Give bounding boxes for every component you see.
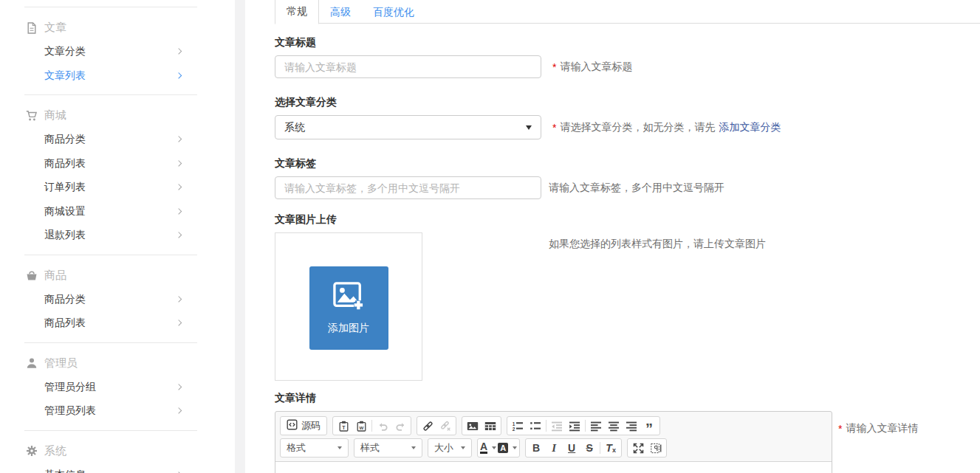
field-article-category: 选择文章分类 系统 * 请选择文章分类，如无分类，请先 添加文章分类 xyxy=(275,96,980,139)
svg-text:1: 1 xyxy=(513,421,515,426)
align-left-button[interactable] xyxy=(587,418,605,434)
blockquote-button[interactable]: ” xyxy=(640,418,658,434)
field-label: 文章图片上传 xyxy=(275,213,980,227)
sidebar-section-product: 商品 xyxy=(0,263,235,288)
field-hint: * 请输入文章标题 xyxy=(552,61,632,74)
sidebar-item-mall-settings[interactable]: 商城设置 xyxy=(0,200,235,224)
sidebar-section-label: 系统 xyxy=(44,444,66,458)
hint-text: 请输入文章标题 xyxy=(560,61,632,74)
remove-format-icon: T xyxy=(606,442,612,454)
tab-advanced[interactable]: 高级 xyxy=(319,0,362,23)
insert-image-button[interactable] xyxy=(464,418,482,434)
show-blocks-button[interactable] xyxy=(647,440,665,456)
caret-down-icon xyxy=(411,446,416,449)
styles-dropdown[interactable]: 样式 xyxy=(354,438,422,458)
gear-icon xyxy=(26,445,38,457)
caret-down-icon xyxy=(526,125,532,130)
align-right-button[interactable] xyxy=(623,418,640,434)
redo-button[interactable] xyxy=(391,418,409,434)
caret-down-icon xyxy=(337,446,342,449)
italic-button[interactable]: I xyxy=(545,440,563,456)
field-label: 文章标签 xyxy=(275,157,980,170)
text-color-icon: A xyxy=(480,442,487,454)
sidebar-item-admin-group[interactable]: 管理员分组 xyxy=(0,376,235,400)
tags-input[interactable] xyxy=(275,176,541,199)
sidebar-item-product-list[interactable]: 商品列表 xyxy=(0,311,235,336)
bulleted-list-button[interactable] xyxy=(527,418,544,434)
title-input[interactable] xyxy=(275,55,541,78)
hint-text: 请输入文章标签，多个用中文逗号隔开 xyxy=(549,182,724,195)
sidebar-item-label: 商品分类 xyxy=(44,133,86,146)
sidebar-item-product-category[interactable]: 商品分类 xyxy=(0,288,235,312)
caret-down-icon xyxy=(492,446,496,449)
sidebar-item-article-category[interactable]: 文章分类 xyxy=(0,40,235,64)
sidebar-divider xyxy=(24,94,197,95)
field-label: 文章标题 xyxy=(275,36,980,49)
link-button[interactable] xyxy=(419,418,436,434)
tab-general[interactable]: 常规 xyxy=(275,0,319,24)
remove-format-button[interactable]: T x xyxy=(602,440,620,456)
strikethrough-button[interactable]: S xyxy=(580,440,598,456)
sidebar-item-label: 商品列表 xyxy=(44,317,86,330)
sidebar-item-goods-category[interactable]: 商品分类 xyxy=(0,128,235,152)
sidebar-item-label: 文章列表 xyxy=(44,69,86,83)
rich-text-editor: 源码 T W xyxy=(275,411,832,473)
add-category-link[interactable]: 添加文章分类 xyxy=(719,121,781,134)
source-button[interactable]: 源码 xyxy=(282,419,325,432)
format-dropdown[interactable]: 格式 xyxy=(280,438,349,458)
source-icon xyxy=(287,419,298,432)
text-color-button[interactable]: A xyxy=(479,440,497,456)
chevron-right-icon xyxy=(176,232,182,238)
chevron-right-icon xyxy=(176,184,182,190)
field-article-tags: 文章标签 请输入文章标签，多个用中文逗号隔开 xyxy=(275,157,980,199)
selected-value: 系统 xyxy=(284,121,305,134)
tab-baidu-seo[interactable]: 百度优化 xyxy=(362,0,425,23)
chevron-right-icon xyxy=(176,136,182,142)
sidebar-item-article-list[interactable]: 文章列表 xyxy=(0,64,235,89)
paste-word-button[interactable]: W xyxy=(352,418,370,434)
toolbar-separator xyxy=(371,420,372,432)
maximize-button[interactable] xyxy=(629,440,647,456)
bold-button[interactable]: B xyxy=(527,440,545,456)
unlink-button[interactable] xyxy=(436,418,454,434)
paste-text-button[interactable]: T xyxy=(335,418,352,434)
underline-button[interactable]: U xyxy=(563,440,580,456)
indent-button[interactable] xyxy=(566,418,583,434)
undo-button[interactable] xyxy=(374,418,391,434)
editor-toolbar: 源码 T W xyxy=(275,412,832,461)
sidebar-item-admin-list[interactable]: 管理员列表 xyxy=(0,399,235,424)
editor-content-area[interactable] xyxy=(275,461,832,473)
numbered-list-button[interactable]: 12 xyxy=(509,418,527,434)
add-image-button[interactable]: 添加图片 xyxy=(309,266,388,350)
required-mark: * xyxy=(552,122,556,134)
background-color-button[interactable]: A xyxy=(497,440,518,456)
insert-table-button[interactable] xyxy=(482,418,499,434)
field-article-title: 文章标题 * 请输入文章标题 xyxy=(275,36,980,78)
hint-text: 请输入文章详情 xyxy=(846,422,918,435)
size-dropdown[interactable]: 大小 xyxy=(428,438,472,458)
background-color-icon: A xyxy=(498,443,508,453)
align-center-button[interactable] xyxy=(605,418,623,434)
hint-text: 如果您选择的列表样式有图片，请上传文章图片 xyxy=(549,238,766,251)
sidebar-item-goods-list[interactable]: 商品列表 xyxy=(0,152,235,176)
sidebar-section-article: 文章 xyxy=(0,15,235,40)
category-select[interactable]: 系统 xyxy=(275,115,541,139)
document-icon xyxy=(26,22,38,34)
image-plus-icon xyxy=(332,281,366,315)
sidebar-divider xyxy=(24,342,197,343)
caret-down-icon xyxy=(513,446,517,449)
sidebar-item-refund-list[interactable]: 退款列表 xyxy=(0,224,235,248)
sidebar-divider xyxy=(24,255,197,255)
toolbar-separator xyxy=(585,420,586,432)
sidebar-item-order-list[interactable]: 订单列表 xyxy=(0,176,235,200)
tab-bar: 常规 高级 百度优化 xyxy=(275,0,980,24)
chevron-right-icon xyxy=(176,296,182,302)
svg-text:W: W xyxy=(359,424,363,429)
add-image-label: 添加图片 xyxy=(328,322,369,335)
sidebar-item-basic-info[interactable]: 基本信息 xyxy=(0,463,235,473)
outdent-button[interactable] xyxy=(548,418,566,434)
image-upload-box[interactable]: 添加图片 xyxy=(275,232,422,381)
field-hint: * 请选择文章分类，如无分类，请先 添加文章分类 xyxy=(552,121,781,134)
sidebar-section-mall: 商城 xyxy=(0,103,235,128)
chevron-right-icon xyxy=(176,407,182,413)
